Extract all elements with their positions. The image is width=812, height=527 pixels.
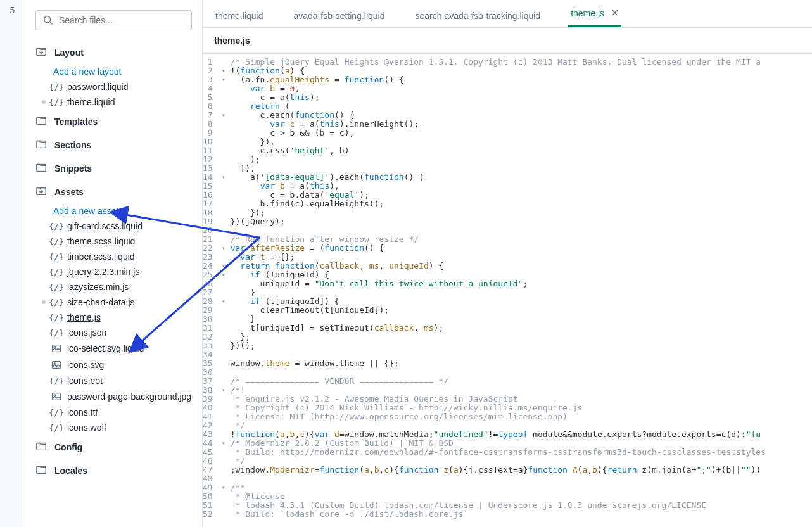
section-label: Config xyxy=(54,442,82,452)
tab[interactable]: avada-fsb-setting.liquid xyxy=(291,4,388,27)
tab-label: theme.liquid xyxy=(215,11,263,21)
file-name: timber.scss.liquid xyxy=(67,251,135,262)
image-icon xyxy=(51,359,62,371)
code-icon: {/} xyxy=(51,313,62,322)
code-icon: {/} xyxy=(51,283,62,292)
code-icon: {/} xyxy=(51,408,62,417)
search-input-wrapper[interactable] xyxy=(35,10,192,30)
file-name: ico-select.svg.liquid xyxy=(67,343,144,353)
file-item[interactable]: {/}lazysizes.min.js xyxy=(35,279,192,295)
editor-pane: theme.liquidavada-fsb-setting.liquidsear… xyxy=(203,0,812,527)
rail-number: 5 xyxy=(10,5,15,15)
code-icon: {/} xyxy=(51,98,62,107)
section-label: Layout xyxy=(54,48,84,58)
tab-bar: theme.liquidavada-fsb-setting.liquidsear… xyxy=(203,0,812,28)
file-item[interactable]: {/}gift-card.scss.liquid xyxy=(35,219,192,234)
search-icon xyxy=(42,15,54,26)
folder-icon xyxy=(35,115,47,128)
add-new-link[interactable]: Add a new layout xyxy=(35,64,192,79)
tab-label: search.avada-fsb-tracking.liquid xyxy=(415,11,540,21)
code-editor[interactable]: 1234567891011121314151617181920212223242… xyxy=(203,54,812,527)
file-item[interactable]: {/}icons.ttf xyxy=(35,405,192,420)
section-assets[interactable]: Assets xyxy=(35,180,192,203)
section-layout[interactable]: Layout xyxy=(35,41,192,64)
section-sections[interactable]: Sections xyxy=(35,133,192,156)
svg-line-1 xyxy=(50,22,53,25)
tab-label: avada-fsb-setting.liquid xyxy=(294,11,385,21)
svg-point-12 xyxy=(54,395,55,396)
tab-label: theme.js xyxy=(571,8,604,18)
file-name: lazysizes.min.js xyxy=(67,282,129,292)
file-name: icons.eot xyxy=(67,376,103,386)
folder-icon xyxy=(35,464,47,477)
file-name: size-chart-data.js xyxy=(67,297,135,307)
file-name: password.liquid xyxy=(67,82,129,92)
section-templates[interactable]: Templates xyxy=(35,110,192,133)
file-item[interactable]: {/}jquery-2.2.3.min.js xyxy=(35,264,192,279)
code-icon: {/} xyxy=(51,328,62,338)
svg-rect-11 xyxy=(53,393,61,400)
file-name: gift-card.scss.liquid xyxy=(67,221,143,231)
svg-point-8 xyxy=(54,346,55,348)
code-icon: {/} xyxy=(51,237,62,246)
file-item[interactable]: icons.svg xyxy=(35,357,192,373)
section-snippets[interactable]: Snippets xyxy=(35,156,192,180)
file-name: password-page-background.jpg xyxy=(67,391,191,402)
search-input[interactable] xyxy=(59,15,185,25)
code-icon: {/} xyxy=(51,222,62,231)
file-name: theme.scss.liquid xyxy=(67,236,135,246)
tab[interactable]: theme.js✕ xyxy=(568,1,621,27)
section-label: Sections xyxy=(54,140,91,150)
file-item[interactable]: {/}icons.json xyxy=(35,325,192,340)
file-item[interactable]: password-page-background.jpg xyxy=(35,388,192,405)
file-name: icons.woff xyxy=(67,422,106,433)
svg-rect-9 xyxy=(53,362,61,369)
file-path: theme.js xyxy=(203,28,812,54)
section-label: Snippets xyxy=(54,163,92,174)
file-name: icons.svg xyxy=(67,360,104,370)
modified-dot xyxy=(42,100,46,104)
section-config[interactable]: Config xyxy=(35,435,192,459)
folder-icon xyxy=(35,162,47,175)
file-item[interactable]: {/}password.liquid xyxy=(35,79,192,94)
file-item[interactable]: {/} theme.js xyxy=(35,310,192,325)
file-item[interactable]: {/}timber.scss.liquid xyxy=(35,249,192,264)
file-item[interactable]: ico-select.svg.liquid xyxy=(35,340,192,357)
code-icon: {/} xyxy=(51,267,62,277)
section-label: Templates xyxy=(54,117,98,127)
file-name: jquery-2.2.3.min.js xyxy=(67,267,139,277)
code-icon: {/} xyxy=(51,252,62,262)
folder-icon xyxy=(35,138,47,151)
file-item[interactable]: {/}theme.scss.liquid xyxy=(35,234,192,249)
code-icon: {/} xyxy=(51,82,62,92)
svg-point-0 xyxy=(44,16,51,23)
svg-rect-7 xyxy=(53,345,61,352)
add-new-link[interactable]: Add a new asset xyxy=(35,203,192,219)
file-name: theme.js xyxy=(67,312,101,322)
code-icon: {/} xyxy=(51,298,62,307)
file-item[interactable]: {/}size-chart-data.js xyxy=(35,295,192,310)
tab[interactable]: search.avada-fsb-tracking.liquid xyxy=(412,4,543,27)
folder-icon xyxy=(35,46,47,59)
section-label: Assets xyxy=(54,187,84,197)
image-icon xyxy=(51,391,62,402)
file-name: theme.liquid xyxy=(67,97,115,107)
folder-icon xyxy=(35,440,47,454)
left-rail: 5 xyxy=(0,0,25,527)
image-icon xyxy=(51,343,62,354)
svg-point-10 xyxy=(54,363,55,364)
tab[interactable]: theme.liquid xyxy=(213,4,266,27)
close-icon[interactable]: ✕ xyxy=(611,7,619,19)
file-name: icons.json xyxy=(67,327,106,338)
section-label: Locales xyxy=(54,466,87,476)
file-item[interactable]: {/}theme.liquid xyxy=(35,94,192,110)
file-explorer: LayoutAdd a new layout{/}password.liquid… xyxy=(25,0,203,527)
modified-dot xyxy=(42,300,46,304)
file-item[interactable]: {/}icons.eot xyxy=(35,373,192,388)
file-name: icons.ttf xyxy=(67,407,98,417)
code-icon: {/} xyxy=(51,423,62,433)
file-item[interactable]: {/}icons.woff xyxy=(35,420,192,435)
code-icon: {/} xyxy=(51,376,62,386)
folder-icon xyxy=(35,185,47,198)
section-locales[interactable]: Locales xyxy=(35,459,192,482)
